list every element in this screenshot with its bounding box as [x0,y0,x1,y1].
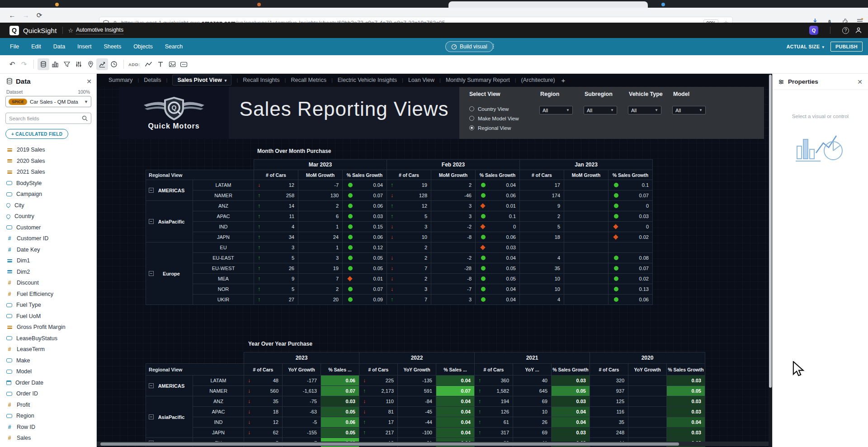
publish-button[interactable]: PUBLISH [830,42,863,52]
menu-data[interactable]: Data [53,43,65,50]
cnum-cell: ↓2 [387,253,431,263]
field-item-country[interactable]: Country [0,211,97,222]
field-item-leasebuystatus[interactable]: LeaseBuyStatus [0,333,97,344]
cnum-cell: 35 [520,263,564,274]
dropdown-model[interactable]: All▼ [672,106,706,114]
controls-button[interactable] [73,58,85,70]
filter-button[interactable] [61,58,73,70]
sheet-tab-details[interactable]: Details [144,77,161,83]
field-item-campaign[interactable]: Campaign [0,189,97,200]
field-item-region[interactable]: Region [0,410,97,422]
sheet-tab-loan-view[interactable]: Loan View [408,77,434,83]
data-panel-close-icon[interactable]: ✕ [86,78,92,85]
collapse-group-button[interactable]: − [149,188,154,193]
menu-insert[interactable]: Insert [77,43,91,50]
help-icon[interactable]: ? [842,27,849,34]
dropdown-region[interactable]: All▼ [539,106,573,114]
horizontal-scrollbar-thumb[interactable] [100,442,679,446]
add-line-button[interactable] [143,58,155,70]
cpct-cell: 0.04 [476,253,520,263]
add-image-button[interactable] [166,58,178,70]
add-sheet-button[interactable]: + [561,76,566,84]
cnum-cell: -8 [431,232,476,243]
field-item-model[interactable]: Model [0,366,97,377]
parameters-button[interactable] [85,58,96,70]
field-item-leaseterm[interactable]: #LeaseTerm [0,344,97,355]
dataset-panel-button[interactable] [38,58,49,70]
menu-search[interactable]: Search [165,43,183,50]
radio-make-model-view[interactable]: Make Model View [469,114,519,123]
collapse-group-button[interactable]: − [149,414,154,419]
menu-sheets[interactable]: Sheets [104,43,121,50]
field-item-2019-sales[interactable]: 2019 Sales [0,144,97,156]
menu-objects[interactable]: Objects [133,43,152,50]
collapse-group-button[interactable]: − [149,219,154,224]
field-item-fuel-efficiency[interactable]: #Fuel Efficiency [0,289,97,300]
sheet-tab-summary[interactable]: Summary [108,77,132,83]
field-item-bodystyle[interactable]: BodyStyle [0,178,97,189]
quicksight-logo[interactable]: Q [9,26,19,35]
search-input[interactable] [9,116,77,121]
sheet-tab-architecture[interactable]: (Architecture) [521,77,555,83]
forward-button[interactable]: → [19,11,33,19]
sheet-tab-sales-pivot-view[interactable]: Sales Pivot View▾ [172,75,231,86]
user-icon[interactable] [855,27,862,33]
field-item-date-key[interactable]: #Date Key [0,244,97,256]
field-item-dim2[interactable]: Dim2 [0,266,97,278]
radio-regional-view[interactable]: Regional View [469,123,519,133]
add-text-button[interactable] [155,58,166,70]
field-item-row-id[interactable]: #Row ID [0,422,97,433]
cnum-cell: ↓12 [254,180,298,190]
cnum-cell: ↑126 [475,407,513,417]
dropdown-vehicle-type[interactable]: All▼ [628,106,661,114]
properties-close-icon[interactable]: ✕ [857,78,863,86]
field-item-order-date[interactable]: Order Date [0,377,97,389]
dim-icon [6,192,12,196]
field-item-order-id[interactable]: Order ID [0,388,97,399]
undo-button[interactable]: ↶ [6,58,18,70]
sheet-tab-recall-insights[interactable]: Recall Insights [243,77,279,83]
sheet-tab-recall-metrics[interactable]: Recall Metrics [291,77,326,83]
field-item-sales-target[interactable]: Sales Target [0,444,97,447]
dataset-selector[interactable]: SPICE Car Sales - QM Data ▼ [5,96,91,107]
radio-country-view[interactable]: Country View [469,104,519,114]
themes-button[interactable] [108,58,120,70]
field-item-fuel-uom[interactable]: Fuel UoM [0,311,97,322]
build-visual-button[interactable]: Build visual [445,41,493,52]
colh-cell: YoY Growth [628,364,667,376]
cnum-cell: ↓7 [387,263,431,274]
collapse-group-button[interactable]: − [149,271,154,276]
back-button[interactable]: ← [5,11,19,19]
field-item-customer[interactable]: Customer [0,222,97,233]
calculated-field-button[interactable]: + CALCULATED FIELD [5,129,68,139]
field-item-customer-id[interactable]: #Customer ID [0,233,97,244]
field-item-fuel-type[interactable]: Fuel Type [0,300,97,311]
browser-active-tab[interactable] [448,1,648,8]
vertical-scrollbar-thumb[interactable] [769,75,772,388]
cnum-cell: ↑2,173 [359,386,398,396]
favorite-star-icon[interactable]: ☆ [68,27,74,34]
field-item-2021-sales[interactable]: 2021 Sales [0,166,97,178]
sheet-tab-monthly-summary-report[interactable]: Monthly Summary Report [446,77,510,83]
menu-file[interactable]: File [10,43,19,50]
redo-button[interactable]: ↷ [18,58,30,70]
dropdown-subregion[interactable]: All▼ [584,106,617,114]
add-button-button[interactable] [178,58,190,70]
field-item-discount[interactable]: #Discount [0,277,97,289]
reload-button[interactable]: ⟳ [33,11,46,19]
field-item-profit[interactable]: #Profit [0,399,97,411]
field-item-gross-profit-margin[interactable]: Gross Profit Margin [0,322,97,333]
actual-size-dropdown[interactable]: ACTUAL SIZE ▼ [787,44,825,49]
field-item-dim1[interactable]: Dim1 [0,255,97,266]
field-item-2020-sales[interactable]: 2020 Sales [0,156,97,167]
field-item-make[interactable]: Make [0,355,97,366]
q-assistant-icon[interactable]: Q [809,26,818,35]
field-item-sales[interactable]: #Sales [0,433,97,444]
visuals-button[interactable] [49,58,61,70]
insights-button[interactable] [96,58,108,70]
collapse-group-button[interactable]: − [149,383,154,388]
more-options-icon[interactable]: ⋮ [491,43,496,49]
field-item-city[interactable]: City [0,200,97,211]
menu-edit[interactable]: Edit [31,43,41,50]
sheet-tab-electric-vehicle-insights[interactable]: Electric Vehicle Insights [338,77,397,83]
